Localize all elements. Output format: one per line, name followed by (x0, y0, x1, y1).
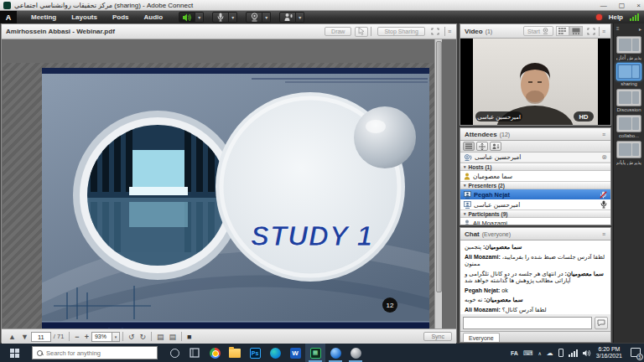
tab-everyone[interactable]: Everyone (463, 333, 500, 342)
start-webcam-label: Start (527, 28, 540, 34)
zoom-in-button[interactable]: + (85, 333, 89, 341)
layout-item-collaboration[interactable]: collabo... (616, 115, 641, 138)
active-speaker-row[interactable]: امیرحسین عباسی ⊗ (460, 153, 610, 163)
status-dropdown[interactable]: ▾ (296, 12, 304, 23)
share-pod-menu-button[interactable]: ≡ (448, 28, 452, 34)
rotate-right-button[interactable]: ↻ (139, 333, 146, 341)
layouts-panel-menu-icon[interactable]: ≡ (616, 26, 620, 31)
chat-message: Ali Moazami: لطفا آدرس کانال؟ (465, 307, 606, 314)
attendees-pod: Attendees (12) ≡ امیرحسین عباسی ⊗ ▾ Host… (460, 127, 611, 225)
attendees-pod-title: Attendees (465, 131, 497, 138)
network-signal-icon[interactable] (569, 349, 578, 357)
presenters-collapse-icon: ▾ (464, 183, 466, 188)
stop-sharing-button[interactable]: Stop Sharing (377, 27, 424, 36)
thumbnail-panel-button[interactable]: ■ (187, 333, 191, 341)
hosts-section-header[interactable]: ▾ Hosts (1) (460, 163, 610, 171)
zoom-level-select[interactable]: 93% ▾ (91, 332, 120, 342)
chat-input[interactable] (463, 317, 592, 329)
action-center-button[interactable]: 5 (627, 347, 641, 359)
attendee-row-participant[interactable]: Ali Moazami (460, 218, 610, 225)
status-button[interactable] (279, 12, 296, 23)
page-down-button[interactable]: ▼ (21, 333, 29, 341)
page-number-input[interactable]: 11 (31, 332, 51, 342)
participants-section-header[interactable]: ▾ Participants (9) (460, 209, 610, 218)
mic-button[interactable] (212, 12, 229, 23)
pointer-button[interactable] (355, 27, 368, 37)
hd-badge: HD (579, 113, 589, 121)
file-explorer-button[interactable] (225, 344, 245, 362)
webcam-button[interactable] (246, 12, 262, 23)
attendee-list-view-button[interactable] (463, 142, 475, 151)
zoom-out-button[interactable]: − (75, 333, 79, 341)
layout-item-discussion[interactable]: Discussion (616, 89, 641, 112)
layout-item-closing[interactable]: پذیرش پایانی (616, 141, 641, 165)
connection-strength-icon[interactable] (630, 13, 639, 21)
menu-layouts[interactable]: Layouts (64, 11, 105, 23)
close-button[interactable]: × (636, 2, 641, 9)
grid-view-button[interactable] (556, 26, 569, 36)
hidden-icons-chevron[interactable]: ∧ (538, 350, 541, 356)
language-indicator[interactable]: FA (511, 350, 518, 356)
video-fullscreen-icon (587, 28, 595, 35)
recording-indicator-icon (596, 14, 602, 20)
share-scrollbar[interactable] (434, 39, 442, 352)
edge-button[interactable] (265, 344, 285, 362)
active-app-button[interactable]: ▦ (305, 344, 325, 362)
help-link[interactable]: Help (609, 13, 623, 21)
taskbar-search[interactable] (32, 346, 158, 359)
dismiss-speaker-button[interactable]: ⊗ (601, 153, 607, 161)
volume-icon[interactable] (583, 349, 591, 357)
search-input[interactable] (46, 349, 147, 357)
webcam-dropdown[interactable]: ▾ (262, 12, 271, 23)
active-app-icon: ▦ (310, 348, 321, 359)
attendee-breakout-view-button[interactable] (476, 142, 488, 151)
attendee-row-presenter-selected[interactable]: Pegah Nejat (460, 189, 610, 199)
attendees-pod-menu-button[interactable]: ≡ (602, 132, 606, 137)
fullscreen-button[interactable] (428, 27, 442, 37)
touch-keyboard-icon[interactable]: ⌨ (523, 349, 533, 357)
start-button[interactable] (0, 344, 29, 362)
mic-dropdown[interactable]: ▾ (229, 12, 237, 23)
page-up-button[interactable]: ▲ (8, 333, 16, 341)
send-message-button[interactable] (595, 317, 608, 329)
rotate-left-button[interactable]: ↺ (128, 333, 135, 341)
attendee-row-host[interactable]: سما معصومیان (460, 171, 610, 181)
photoshop-button[interactable]: Ps (245, 344, 265, 362)
menu-audio[interactable]: Audio (136, 11, 170, 23)
menu-meeting[interactable]: Meeting (23, 11, 64, 23)
chat-pod-menu-button[interactable]: ≡ (602, 231, 606, 237)
video-fullscreen-button[interactable] (586, 26, 596, 36)
video-pod: Video (1) Start ≡ (460, 23, 611, 126)
sync-button[interactable]: Sync (423, 332, 452, 341)
cortana-button[interactable] (164, 344, 184, 362)
word-button[interactable]: W (285, 344, 305, 362)
layout-item-sharing[interactable]: sharing (616, 63, 641, 86)
presenters-section-header[interactable]: ▾ Presenters (2) (460, 181, 610, 189)
single-page-view-button[interactable]: ▤ (157, 333, 164, 341)
menu-pods[interactable]: Pods (105, 11, 137, 23)
zoom-select-arrow-icon: ▾ (112, 333, 119, 341)
maximize-button[interactable]: ▢ (619, 2, 626, 9)
start-webcam-button[interactable]: Start (523, 26, 553, 36)
two-page-view-button[interactable]: ▤ (169, 333, 177, 341)
filmstrip-view-button[interactable] (569, 26, 583, 36)
task-view-button[interactable] (184, 344, 205, 362)
taskbar-clock[interactable]: 6:20 PM 3/16/2021 (596, 346, 622, 359)
chat-messages[interactable]: سما معصومیان: پنجمین Ali Moazami: لطفا آ… (460, 240, 610, 314)
speaker-button[interactable] (179, 12, 195, 23)
speaker-dropdown[interactable]: ▾ (195, 12, 204, 23)
video-pod-menu-button[interactable]: ≡ (602, 28, 606, 34)
phone-icon[interactable] (558, 349, 564, 357)
chat-pod: Chat (Everyone) ≡ سما معصومیان: پنجمین A… (460, 227, 611, 343)
chrome-button[interactable] (205, 344, 225, 362)
layouts-panel-collapse-icon[interactable]: ▸ (639, 26, 641, 32)
pinned-app-gray-button[interactable] (345, 344, 366, 362)
attendee-status-view-button[interactable] (490, 142, 501, 151)
minimize-button[interactable]: — (600, 2, 607, 9)
pinned-app-blue-button[interactable] (325, 344, 345, 362)
onedrive-cloud-icon[interactable]: ☁ (547, 349, 553, 357)
attendee-row-presenter[interactable]: امیرحسین عباسی (460, 199, 610, 209)
layout-item-opening[interactable]: پذیرش آغازین (616, 36, 641, 60)
draw-button[interactable]: Draw (325, 27, 351, 36)
adobe-logo: A (0, 11, 17, 23)
